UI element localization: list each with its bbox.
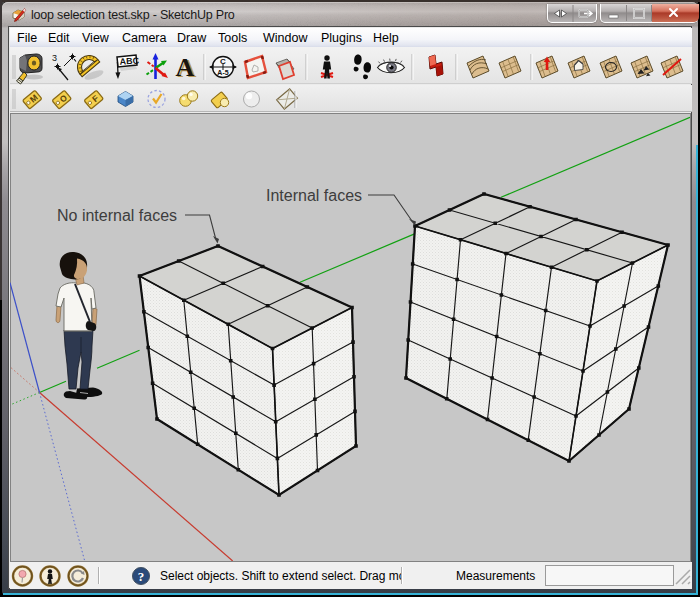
- svg-text:Internal faces: Internal faces: [266, 187, 362, 204]
- svg-text:ABC: ABC: [119, 56, 139, 67]
- svg-text:A: A: [176, 53, 195, 82]
- svg-text:C: C: [220, 57, 226, 66]
- svg-text:?: ?: [138, 569, 145, 584]
- svg-text:A-5: A-5: [217, 69, 228, 76]
- svg-text:3: 3: [52, 53, 57, 63]
- svg-text:No internal faces: No internal faces: [57, 207, 177, 224]
